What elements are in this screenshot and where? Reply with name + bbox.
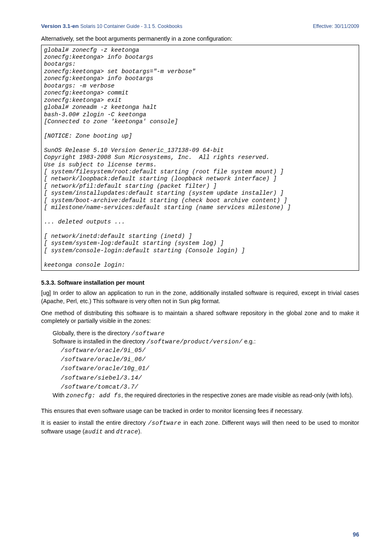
header-subtitle: Solaris 10 Container Guide - 3.1 5. Cook… <box>81 23 182 29</box>
list-3-suffix: , the required directories in the respec… <box>121 392 353 398</box>
list-item-1: Globally, there is the directory /softwa… <box>53 329 359 338</box>
list-2-path: /software/product/version/ <box>147 339 242 345</box>
header-left: Version 3.1-en Solaris 10 Container Guid… <box>41 22 182 30</box>
section-heading: 5.3.3. Software installation per mount <box>41 279 359 287</box>
list-2-text: Software is installed in the directory <box>53 338 147 345</box>
para4-a: It is easier to install the entire direc… <box>41 419 148 426</box>
para4-f: dtrace <box>116 428 138 435</box>
page-header: Version 3.1-en Solaris 10 Container Guid… <box>41 22 359 30</box>
page-number: 96 <box>353 531 359 539</box>
path-list: /software/oracle/9i_05/ /software/oracle… <box>61 346 359 391</box>
code-block: global# zonecfg -z keetonga zonecfg:keet… <box>41 45 359 271</box>
header-effective-date: Effective: 30/11/2009 <box>313 23 359 30</box>
section-number: 5.3.3. <box>41 279 56 286</box>
paragraph-4: It is easier to install the entire direc… <box>41 419 359 436</box>
para4-d: audit <box>85 428 103 435</box>
list-item-3: With zonecfg: add fs, the required direc… <box>53 391 359 400</box>
list-block: Globally, there is the directory /softwa… <box>53 329 359 400</box>
paragraph-3: This ensures that even software usage ca… <box>41 407 359 415</box>
paragraph-1: [ug] In order to allow an application to… <box>41 289 359 305</box>
path-4: /software/tomcat/3.7/ <box>61 382 359 391</box>
page-container: Version 3.1-en Solaris 10 Container Guid… <box>0 0 392 555</box>
header-version: Version 3.1-en <box>41 23 79 29</box>
para4-e: and <box>103 428 116 435</box>
section-title: Software installation per mount <box>57 279 144 286</box>
list-1-path: /software <box>131 330 165 337</box>
path-3: /software/siebel/3.14/ <box>61 373 359 382</box>
list-3-cmd: zonecfg: add fs <box>66 392 122 399</box>
path-1: /software/oracle/9i_06/ <box>61 355 359 364</box>
list-1-text: Globally, there is the directory <box>53 330 131 336</box>
path-0: /software/oracle/9i_05/ <box>61 346 359 355</box>
para4-b: /software <box>148 420 181 426</box>
intro-text: Alternatively, set the boot arguments pe… <box>41 35 359 43</box>
path-2: /software/oracle/10g_01/ <box>61 364 359 373</box>
paragraph-2: One method of distributing this software… <box>41 309 359 325</box>
list-3-prefix: With <box>53 392 66 398</box>
list-2-suffix: e.g.: <box>242 338 256 345</box>
para4-g: ). <box>138 428 142 435</box>
list-item-2: Software is installed in the directory /… <box>53 338 359 346</box>
